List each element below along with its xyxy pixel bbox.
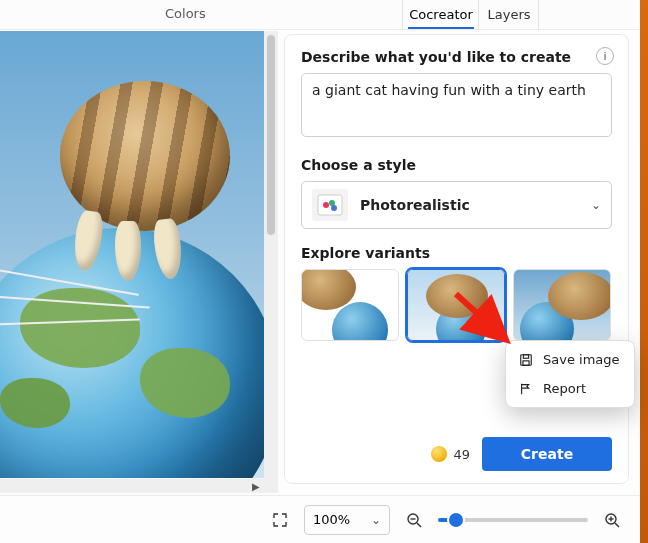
cocreator-panel: i Describe what you'd like to create Cho… (284, 34, 629, 484)
scroll-right-icon[interactable]: ▶ (252, 481, 262, 491)
zoom-value: 100% (313, 512, 350, 527)
style-dropdown[interactable]: Photorealistic ⌄ (301, 181, 612, 229)
fit-screen-button[interactable] (266, 506, 294, 534)
zoom-in-button[interactable] (598, 506, 626, 534)
style-heading: Choose a style (301, 157, 612, 173)
create-button[interactable]: Create (482, 437, 612, 471)
context-report[interactable]: Report (506, 374, 634, 403)
describe-heading: Describe what you'd like to create (301, 49, 612, 65)
chevron-down-icon: ⌄ (371, 513, 381, 527)
save-icon (518, 353, 533, 367)
coin-icon (431, 446, 447, 462)
chevron-down-icon: ⌄ (591, 198, 601, 212)
horizontal-scrollbar[interactable]: ▶ (0, 479, 264, 493)
ribbon: Colors Cocreator Layers (0, 0, 640, 30)
credits-count: 49 (453, 447, 470, 462)
svg-line-9 (417, 523, 421, 527)
style-thumbnail (312, 189, 348, 221)
variants-heading: Explore variants (301, 245, 612, 261)
variants-row (301, 269, 612, 341)
status-bar: 100% ⌄ (0, 495, 640, 543)
context-report-label: Report (543, 381, 586, 396)
flag-icon (518, 382, 533, 396)
canvas-image (0, 31, 264, 478)
svg-rect-4 (520, 354, 531, 365)
credits-indicator: 49 (431, 446, 470, 462)
app-window: Colors Cocreator Layers (0, 0, 640, 543)
variant-thumbnail-2[interactable] (407, 269, 505, 341)
ribbon-divider (402, 0, 403, 30)
tab-layers[interactable]: Layers (484, 1, 534, 29)
context-save-label: Save image (543, 352, 620, 367)
zoom-slider[interactable] (438, 518, 588, 522)
svg-rect-5 (523, 354, 528, 358)
ribbon-group-colors: Colors (165, 6, 206, 21)
prompt-input[interactable] (301, 73, 612, 137)
vertical-scrollbar[interactable] (264, 31, 278, 493)
variant-thumbnail-1[interactable] (301, 269, 399, 341)
canvas-viewport[interactable]: ▶ (0, 31, 278, 493)
svg-point-1 (323, 202, 329, 208)
svg-point-3 (331, 205, 337, 211)
info-icon[interactable]: i (596, 47, 614, 65)
zoom-dropdown[interactable]: 100% ⌄ (304, 505, 390, 535)
svg-rect-6 (522, 360, 528, 364)
zoom-out-button[interactable] (400, 506, 428, 534)
svg-line-12 (615, 523, 619, 527)
ribbon-divider (478, 0, 479, 30)
ribbon-divider (538, 0, 539, 30)
context-menu: Save image Report (505, 340, 635, 408)
style-selected-label: Photorealistic (360, 197, 579, 213)
variant-thumbnail-3[interactable] (513, 269, 611, 341)
context-save-image[interactable]: Save image (506, 345, 634, 374)
tab-cocreator[interactable]: Cocreator (408, 1, 474, 29)
